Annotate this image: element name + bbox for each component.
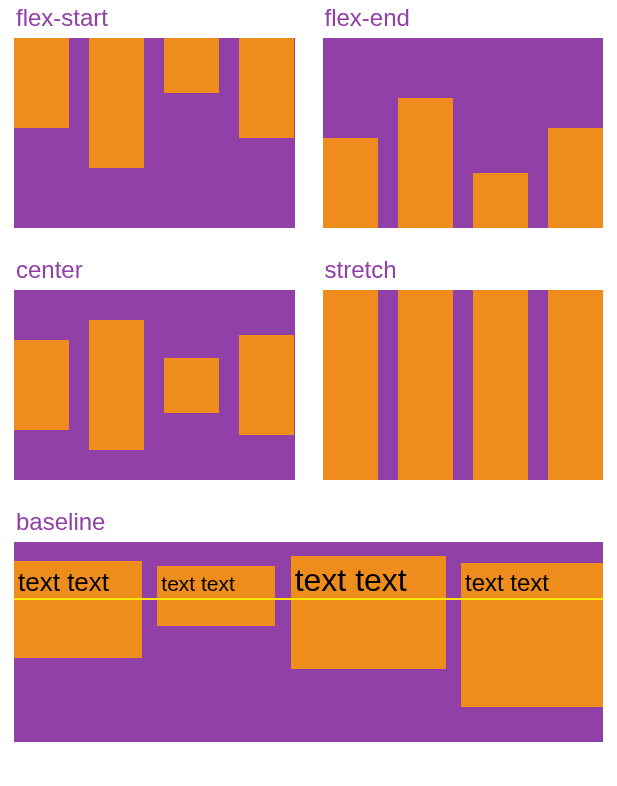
flex-item xyxy=(89,320,144,450)
flex-item xyxy=(239,335,294,435)
flex-item xyxy=(14,340,69,430)
flex-item xyxy=(398,290,453,480)
label-flex-end: flex-end xyxy=(323,0,604,38)
row-3: baseline text text text text text text t… xyxy=(14,504,603,742)
label-baseline: baseline xyxy=(14,504,603,542)
flex-item xyxy=(473,173,528,228)
stage-flex-end xyxy=(323,38,604,228)
flex-item xyxy=(323,138,378,228)
flex-item xyxy=(164,358,219,413)
flex-item xyxy=(548,128,603,228)
flex-item xyxy=(14,38,69,128)
flex-item xyxy=(473,290,528,480)
stage-center xyxy=(14,290,295,480)
baseline-guide-line xyxy=(14,598,603,600)
flex-item xyxy=(548,290,603,480)
flex-item-text: text text xyxy=(291,556,446,669)
example-center: center xyxy=(14,252,295,480)
stage-stretch xyxy=(323,290,604,480)
label-center: center xyxy=(14,252,295,290)
row-1: flex-start flex-end xyxy=(14,0,603,228)
flex-item xyxy=(398,98,453,228)
flex-item-text: text text xyxy=(461,563,603,707)
row-2: center stretch xyxy=(14,252,603,480)
stage-flex-start xyxy=(14,38,295,228)
label-flex-start: flex-start xyxy=(14,0,295,38)
flex-item-text: text text xyxy=(14,561,142,658)
flex-item xyxy=(323,290,378,480)
example-stretch: stretch xyxy=(323,252,604,480)
flex-item xyxy=(89,38,144,168)
flex-item-text: text text xyxy=(157,566,275,626)
label-stretch: stretch xyxy=(323,252,604,290)
flex-item xyxy=(239,38,294,138)
example-flex-start: flex-start xyxy=(14,0,295,228)
example-flex-end: flex-end xyxy=(323,0,604,228)
stage-baseline: text text text text text text text text xyxy=(14,542,603,742)
flex-item xyxy=(164,38,219,93)
